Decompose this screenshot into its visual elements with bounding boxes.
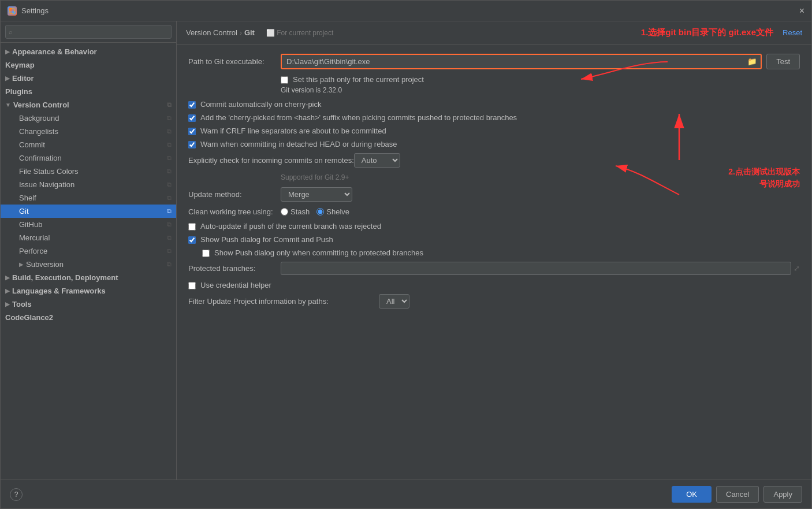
search-input[interactable] [5, 25, 172, 39]
copy-icon: ⧉ [167, 181, 172, 188]
sidebar-label: CodeGlance2 [5, 313, 53, 322]
search-wrapper: ⌕ [5, 25, 172, 39]
detached-head-label: Warn when committing in detached HEAD or… [200, 140, 397, 148]
sidebar-label: Confirmation [19, 154, 62, 162]
sidebar-label: Version Control [13, 101, 69, 109]
radio-shelve-item: Shelve [316, 207, 349, 216]
checkbox-cherry-pick-row: Commit automatically on cherry-pick [188, 100, 800, 109]
cherry-pick-suffix-checkbox[interactable] [188, 114, 196, 122]
stash-label: Stash [290, 207, 310, 216]
search-box: ⌕ [1, 21, 176, 43]
sidebar-label: Keymap [5, 61, 35, 69]
test-button[interactable]: Test [766, 54, 800, 69]
update-method-select[interactable]: Merge Rebase Branch Default [281, 187, 352, 202]
sidebar-item-build-execution[interactable]: ▶ Build, Execution, Deployment [1, 271, 176, 284]
sidebar-item-shelf[interactable]: Shelf ⧉ [1, 191, 176, 205]
stash-radio[interactable] [281, 208, 288, 216]
filter-select[interactable]: All [379, 294, 409, 309]
incoming-commits-select[interactable]: Auto Always Never [354, 153, 400, 168]
cherry-pick-label: Commit automatically on cherry-pick [200, 100, 322, 109]
expand-arrow: ▼ [5, 102, 11, 108]
sidebar-item-perforce[interactable]: Perforce ⧉ [1, 244, 176, 258]
svg-point-1 [12, 11, 16, 14]
sidebar-item-codeglance2[interactable]: CodeGlance2 [1, 311, 176, 324]
copy-icon: ⧉ [167, 114, 172, 122]
sidebar-item-editor[interactable]: ▶ Editor [1, 72, 176, 85]
sidebar-item-languages-frameworks[interactable]: ▶ Languages & Frameworks [1, 284, 176, 298]
close-button[interactable]: × [799, 6, 804, 16]
breadcrumb-separator: › [240, 29, 242, 37]
panel-header: Version Control › Git ⬜ For current proj… [177, 21, 811, 44]
incoming-commits-row: Explicitly check for incoming commits on… [188, 153, 800, 168]
panel-content: Path to Git executable: 📁 Test Set this … [177, 44, 811, 480]
use-credential-checkbox[interactable] [188, 282, 196, 289]
auto-update-checkbox[interactable] [188, 223, 196, 231]
title-bar-left: Settings [8, 6, 49, 16]
sidebar-item-subversion[interactable]: ▶ Subversion ⧉ [1, 258, 176, 271]
detached-head-checkbox[interactable] [188, 141, 196, 148]
breadcrumb-git: Git [244, 28, 255, 37]
sidebar-label: Languages & Frameworks [12, 287, 106, 295]
shelve-radio[interactable] [316, 208, 324, 216]
expand-arrow: ▶ [5, 49, 10, 55]
sidebar-item-issue-navigation[interactable]: Issue Navigation ⧉ [1, 178, 176, 191]
copy-icon: ⧉ [167, 194, 172, 202]
copy-icon: ⧉ [167, 234, 172, 242]
sidebar-label: Subversion [26, 260, 64, 269]
sidebar-item-version-control[interactable]: ▼ Version Control ⧉ [1, 98, 176, 112]
checkbox-detached-row: Warn when committing in detached HEAD or… [188, 140, 800, 148]
clean-working-label: Clean working tree using: [188, 207, 281, 216]
sidebar-label: File Status Colors [19, 167, 79, 176]
dialog-title: Settings [21, 6, 49, 15]
expand-arrow: ▶ [5, 301, 10, 307]
sidebar-item-background[interactable]: Background ⧉ [1, 112, 176, 125]
sidebar-label: GitHub [19, 220, 42, 229]
filter-label: Filter Update Project information by pat… [188, 297, 379, 306]
sidebar-label: Perforce [19, 247, 47, 255]
bottom-right: OK Cancel Apply [672, 486, 802, 503]
sidebar-item-commit[interactable]: Commit ⧉ [1, 138, 176, 151]
show-push-protected-checkbox[interactable] [202, 250, 210, 257]
content-area: ⌕ ▶ Appearance & Behavior Keymap ▶ Edito… [1, 21, 811, 480]
reset-button[interactable]: Reset [783, 28, 802, 37]
use-credential-label: Use credential helper [200, 281, 271, 289]
show-push-protected-row: Show Push dialog only when committing to… [188, 248, 800, 257]
protected-branches-input[interactable] [281, 262, 791, 275]
help-button[interactable]: ? [10, 488, 23, 501]
sidebar-item-plugins[interactable]: Plugins [1, 85, 176, 98]
set-path-only-row: Set this path only for the current proje… [281, 75, 800, 84]
breadcrumb: Version Control › Git ⬜ For current proj… [186, 28, 333, 37]
show-push-label: Show Push dialog for Commit and Push [200, 235, 333, 244]
sidebar-item-appearance[interactable]: ▶ Appearance & Behavior [1, 45, 176, 58]
sidebar-item-confirmation[interactable]: Confirmation ⧉ [1, 151, 176, 165]
path-input-wrapper: 📁 [281, 54, 762, 69]
set-path-only-checkbox[interactable] [281, 76, 288, 84]
checkbox-crlf-row: Warn if CRLF line separators are about t… [188, 127, 800, 135]
cancel-button[interactable]: Cancel [716, 486, 759, 503]
supported-text: Supported for Git 2.9+ [281, 173, 800, 181]
show-push-checkbox[interactable] [188, 236, 196, 244]
ok-button[interactable]: OK [672, 486, 712, 503]
clean-working-tree-row: Clean working tree using: Stash Shelve [188, 207, 800, 216]
apply-button[interactable]: Apply [763, 486, 802, 503]
path-input[interactable] [282, 55, 744, 68]
update-method-row: Update method: Merge Rebase Branch Defau… [188, 187, 800, 202]
sidebar-label: Appearance & Behavior [12, 47, 97, 56]
crlf-checkbox[interactable] [188, 128, 196, 135]
update-method-label: Update method: [188, 190, 281, 199]
sidebar-item-file-status-colors[interactable]: File Status Colors ⧉ [1, 165, 176, 178]
sidebar-item-tools[interactable]: ▶ Tools [1, 298, 176, 311]
sidebar-item-git[interactable]: Git ⧉ [1, 205, 176, 218]
folder-icon-button[interactable]: 📁 [744, 55, 761, 68]
shelve-label: Shelve [326, 207, 349, 216]
show-push-protected-label: Show Push dialog only when committing to… [214, 248, 423, 257]
for-current-project: ⬜ For current project [266, 29, 333, 37]
incoming-commits-label: Explicitly check for incoming commits on… [188, 156, 354, 165]
sidebar-item-github[interactable]: GitHub ⧉ [1, 218, 176, 231]
sidebar-item-keymap[interactable]: Keymap [1, 58, 176, 72]
sidebar-item-changelists[interactable]: Changelists ⧉ [1, 125, 176, 138]
sidebar-item-mercurial[interactable]: Mercurial ⧉ [1, 231, 176, 244]
cherry-pick-checkbox[interactable] [188, 101, 196, 109]
expand-arrow: ▶ [5, 75, 10, 81]
copy-icon: ⧉ [167, 128, 172, 135]
